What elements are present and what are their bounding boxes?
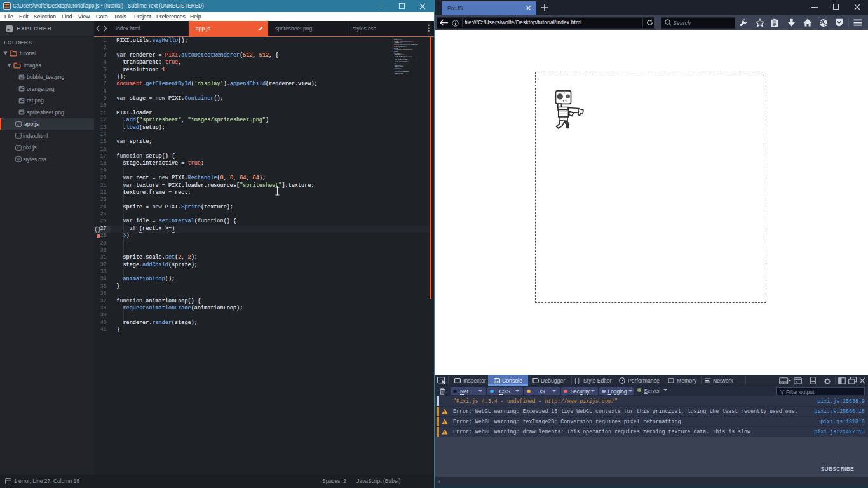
svg-text:js: js bbox=[16, 146, 19, 150]
svg-text:js: js bbox=[16, 123, 19, 126]
